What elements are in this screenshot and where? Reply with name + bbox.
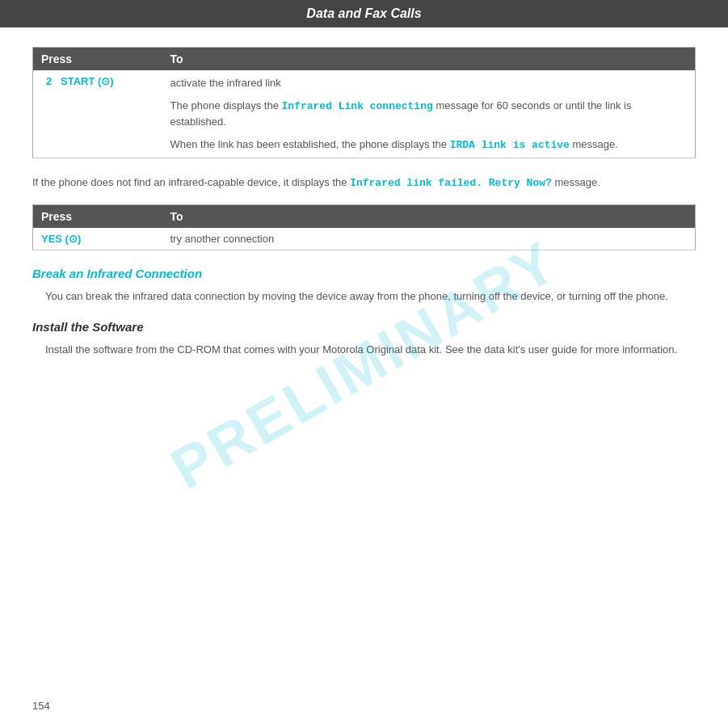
table2-col1-header: Press: [33, 204, 162, 228]
section2-body: Install the software from the CD-ROM tha…: [45, 342, 696, 358]
table2: Press To YES (⊙) try another connection: [32, 204, 696, 250]
section2-title: Install the Software: [32, 320, 696, 334]
table1-to-cell: activate the infrared link The phone dis…: [162, 70, 696, 158]
table2-press-cell: YES (⊙): [33, 228, 162, 250]
table1-desc2: The phone displays the Infrared Link con…: [170, 98, 688, 130]
middle-paragraph: If the phone does not find an infrared-c…: [32, 175, 696, 191]
section1-body: You can break the infrared data connecti…: [45, 288, 696, 305]
table1-desc3: When the link has been established, the …: [170, 137, 688, 154]
section1: Break an Infrared Connection You can bre…: [32, 267, 696, 305]
table1-col2-header: To: [162, 48, 696, 71]
section1-title: Break an Infrared Connection: [32, 267, 696, 280]
table1-col1-header: Press: [33, 48, 162, 71]
page-header: Data and Fax Calls: [0, 0, 728, 27]
table1-desc1: activate the infrared link: [170, 75, 688, 91]
table1-press-cell: 2 START (⊙): [33, 70, 162, 158]
table1: Press To 2 START (⊙) activate the infrar…: [32, 47, 696, 158]
table-row: 2 START (⊙) activate the infrared link T…: [33, 70, 696, 158]
table2-col2-header: To: [162, 204, 696, 228]
table-row: YES (⊙) try another connection: [33, 228, 696, 250]
page-content: Press To 2 START (⊙) activate the infrar…: [0, 47, 728, 358]
page-number: 154: [32, 700, 50, 712]
table2-to-cell: try another connection: [162, 228, 696, 250]
section2: Install the Software Install the softwar…: [32, 320, 696, 358]
